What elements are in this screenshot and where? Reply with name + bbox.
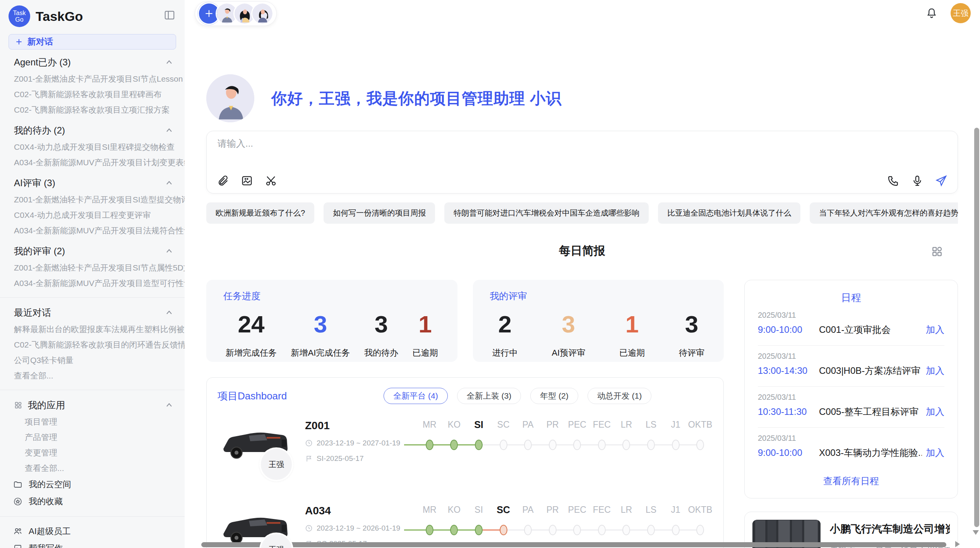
sidebar-item-help-me-write[interactable]: 帮我写作 [0,540,185,548]
sidebar-item-cloud-space[interactable]: 我的云空间 [0,476,185,493]
sidebar-task-item[interactable]: C0X4-动力总成开发项目工程变更评审 [0,207,185,223]
schedule-name: X003-车辆动力学性能验... [819,447,922,459]
suggestion-chip[interactable]: 比亚迪全固态电池计划具体说了什么 [658,202,800,224]
milestone-dot [598,525,606,535]
tab-new-platform[interactable]: 全新平台 (4) [384,388,448,404]
schedule-time: 9:00-10:00 [758,447,819,458]
daily-brief-title: 每日简报 [206,243,958,259]
add-assistant-button[interactable] [199,3,219,24]
tab-powertrain[interactable]: 动总开发 (1) [588,388,652,404]
project-row[interactable]: 王强 A034 2023-12-19 ~ 2026-01-19 SC-2025-… [218,502,713,548]
scroll-right-arrow[interactable] [955,541,960,547]
flag-icon [305,455,313,462]
assistant-avatar-large [206,74,254,122]
milestone-dot [598,440,606,450]
chevron-up-icon[interactable] [164,178,174,188]
schedule-card: 日程 2025/03/11 9:00-10:00 C001-立项审批会 加入 2… [744,280,958,498]
recent-chat-item[interactable]: C02-飞腾新能源轻客改款项目的闭环通告反馈情况 [0,337,185,353]
app-link-change-mgmt[interactable]: 变更管理 [0,445,185,461]
group-header[interactable]: 我的应用 [0,396,185,414]
sidebar-task-item[interactable]: A034-全新新能源MUV产品开发项目计划变更表编写 [0,155,185,170]
microphone-icon[interactable] [911,175,923,187]
chat-input[interactable] [218,138,837,149]
project-row[interactable]: 王强 Z001 2023-12-19 ~ 2027-01-19 SI-2025-… [218,417,713,489]
suggestion-chip[interactable]: 特朗普可能对进口汽车增税会对中国车企造成哪些影响 [444,202,649,224]
chevron-up-icon[interactable] [164,126,174,135]
sidebar-item-ai-employee[interactable]: AI超级员工 [0,523,185,540]
sidebar-task-item[interactable]: Z001-全新燃油轻卡产品开发项目SI造型提交物评审 [0,192,185,207]
join-button[interactable]: 加入 [926,406,944,418]
schedule-entry: 2025/03/11 13:00-14:30 C003|H0B-方案冻结评审 加… [758,346,944,387]
tab-new-body[interactable]: 全新上装 (3) [457,388,521,404]
group-header[interactable]: 我的评审 (2) [0,242,185,260]
chevron-up-icon[interactable] [164,247,174,256]
schedule-time: 13:00-14:30 [758,365,819,376]
sidebar-collapse-icon[interactable] [164,9,175,21]
schedule-date: 2025/03/11 [758,311,944,320]
chevron-up-icon[interactable] [164,308,174,317]
sidebar-item-favorites[interactable]: 我的收藏 [0,493,185,510]
recent-chat-item[interactable]: 公司Q3轻卡销量 [0,353,185,368]
suggestion-chip[interactable]: 欧洲新规最近颁布了什么? [206,202,314,224]
tab-model-year[interactable]: 年型 (2) [530,388,578,404]
layout-grid-icon[interactable] [931,245,943,258]
sidebar-task-item[interactable]: C02-飞腾新能源轻客改款项目立项汇报方案 [0,102,185,118]
vertical-scrollbar-thumb[interactable] [974,128,979,527]
stat-overdue: 1 已逾期 [619,312,645,359]
sidebar-task-item[interactable]: A034-全新新能源MUV产品开发项目法规符合性评审 [0,223,185,238]
chevron-up-icon[interactable] [164,401,174,410]
app-title: TaskGo [36,9,83,24]
sidebar-task-item[interactable]: A034-全新新能源MUV产品开发项目造型可行性评审 [0,276,185,291]
group-title: 最近对话 [14,307,51,319]
recent-chat-item[interactable]: 解释最新出台的欧盟报废车法规再生塑料比例被调至15%... [0,322,185,337]
input-left-tools [217,175,277,187]
group-header[interactable]: Agent已办 (3) [0,53,185,71]
suggestion-chip[interactable]: 当下年轻人对汽车外观有怎样的喜好趋势 [810,202,958,224]
app-link-project-mgmt[interactable]: 项目管理 [0,414,185,430]
group-header[interactable]: AI评审 (3) [0,174,185,192]
main-area: 王强 你好，王强，我是你的项目管理助理 小识 欧洲新规最近颁布了什么? 如何写一… [185,0,980,548]
assistant-avatar-3[interactable] [252,3,272,24]
plus-icon [15,38,23,46]
chevron-up-icon[interactable] [164,58,174,67]
milestone-dot [647,440,655,450]
assistant-avatar-2[interactable] [235,3,255,24]
users-icon [13,527,22,536]
phone-icon[interactable] [887,175,899,187]
assistant-avatar-1[interactable] [217,3,237,24]
suggestion-chip[interactable]: 如何写一份清晰的项目周报 [324,202,435,224]
user-avatar[interactable]: 王强 [951,3,971,23]
sidebar-task-item[interactable]: Z001-全新燃油皮卡产品开发项目SI节点Lesson Learn报告 [0,71,185,87]
image-icon[interactable] [241,175,253,187]
milestone-dot [500,525,507,535]
schedule-entry: 2025/03/11 10:30-11:30 C005-整车工程目标评审 加入 [758,387,944,428]
sidebar-task-item[interactable]: C0X4-动力总成开发项目SI里程碑提交物检查 [0,139,185,155]
join-button[interactable]: 加入 [926,447,944,459]
group-title: 我的待办 (2) [14,124,65,137]
sidebar-task-item[interactable]: C02-飞腾新能源轻客改款项目里程碑画布 [0,87,185,102]
join-button[interactable]: 加入 [926,365,944,377]
stat-pending-review: 3 待评审 [679,312,704,359]
paperclip-icon[interactable] [217,175,229,187]
new-chat-button[interactable]: 新对话 [9,34,176,50]
app-link-product-mgmt[interactable]: 产品管理 [0,430,185,445]
view-all-chats-link[interactable]: 查看全部... [0,368,185,384]
milestone-dot [426,440,433,450]
send-icon[interactable] [935,175,947,187]
schedule-title: 日程 [758,291,944,305]
schedule-entry: 2025/03/11 9:00-10:00 C001-立项审批会 加入 [758,305,944,346]
group-header[interactable]: 我的待办 (2) [0,122,185,139]
group-header[interactable]: 最近对话 [0,304,185,322]
scroll-down-arrow[interactable] [973,530,979,535]
view-all-apps-link[interactable]: 查看全部... [0,461,185,476]
notification-bell-icon[interactable] [926,7,937,19]
horizontal-scrollbar-thumb[interactable] [201,542,946,547]
schedule-entry: 2025/03/11 9:00-10:00 X003-车辆动力学性能验... 加… [758,428,944,468]
sidebar-task-item[interactable]: Z001-全新燃油轻卡产品开发项目SI节点属性5D文件评审 [0,260,185,276]
view-all-schedule-link[interactable]: 查看所有日程 [758,475,944,489]
scissors-icon[interactable] [265,175,277,187]
group-title: 我的评审 (2) [14,245,65,257]
join-button[interactable]: 加入 [926,324,944,336]
image-edit-icon [13,544,22,548]
project-code: A034 [305,505,417,517]
